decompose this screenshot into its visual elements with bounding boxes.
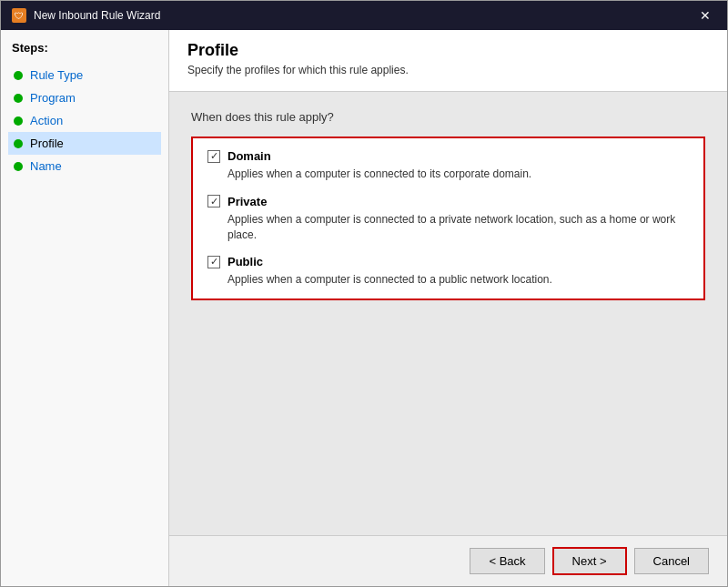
question-text: When does this rule apply? <box>191 110 705 124</box>
public-label: Public <box>228 255 263 268</box>
footer: < Back Next > Cancel <box>169 535 727 586</box>
sidebar: Steps: Rule Type Program Action Profile … <box>1 30 169 586</box>
options-box: Domain Applies when a computer is connec… <box>191 137 705 300</box>
window-title: New Inbound Rule Wizard <box>34 9 160 22</box>
domain-description: Applies when a computer is connected to … <box>207 167 689 182</box>
title-bar-left: 🛡 New Inbound Rule Wizard <box>12 8 160 23</box>
page-header: Profile Specify the profiles for which t… <box>169 30 727 92</box>
next-button[interactable]: Next > <box>552 547 627 575</box>
domain-option: Domain Applies when a computer is connec… <box>207 149 689 182</box>
sidebar-item-action[interactable]: Action <box>8 109 161 132</box>
close-button[interactable]: ✕ <box>694 6 716 25</box>
public-header: Public <box>207 255 689 268</box>
public-description: Applies when a computer is connected to … <box>207 272 689 288</box>
sidebar-item-label: Profile <box>30 137 64 150</box>
domain-label: Domain <box>228 149 271 163</box>
page-title: Profile <box>187 41 709 60</box>
sidebar-item-label: Action <box>30 114 63 127</box>
sidebar-item-rule-type[interactable]: Rule Type <box>8 64 161 86</box>
back-button[interactable]: < Back <box>470 548 544 574</box>
step-dot <box>14 94 23 103</box>
step-dot <box>14 71 23 80</box>
cancel-button[interactable]: Cancel <box>634 548 709 574</box>
wizard-window: 🛡 New Inbound Rule Wizard ✕ Steps: Rule … <box>0 0 728 587</box>
private-checkbox[interactable] <box>207 195 220 207</box>
title-bar: 🛡 New Inbound Rule Wizard ✕ <box>1 1 727 30</box>
main-body: When does this rule apply? Domain Applie… <box>169 92 727 535</box>
main-content: Profile Specify the profiles for which t… <box>169 30 727 586</box>
private-label: Private <box>228 195 267 208</box>
content-area: Steps: Rule Type Program Action Profile … <box>1 30 727 586</box>
public-option: Public Applies when a computer is connec… <box>207 255 689 288</box>
steps-label: Steps: <box>8 41 161 55</box>
public-checkbox[interactable] <box>207 256 220 268</box>
sidebar-item-label: Program <box>30 91 76 105</box>
private-option: Private Applies when a computer is conne… <box>207 195 689 243</box>
sidebar-item-name[interactable]: Name <box>8 155 161 177</box>
domain-checkbox[interactable] <box>207 150 220 163</box>
sidebar-item-label: Name <box>30 159 62 173</box>
page-subtitle: Specify the profiles for which this rule… <box>187 64 709 76</box>
private-description: Applies when a computer is connected to … <box>207 212 689 243</box>
private-header: Private <box>207 195 689 208</box>
domain-header: Domain <box>207 149 689 163</box>
window-icon: 🛡 <box>12 8 26 23</box>
sidebar-item-profile[interactable]: Profile <box>8 132 161 155</box>
step-dot <box>14 139 23 148</box>
step-dot <box>14 116 23 126</box>
sidebar-item-program[interactable]: Program <box>8 86 161 109</box>
sidebar-item-label: Rule Type <box>30 68 83 82</box>
step-dot <box>14 162 23 171</box>
